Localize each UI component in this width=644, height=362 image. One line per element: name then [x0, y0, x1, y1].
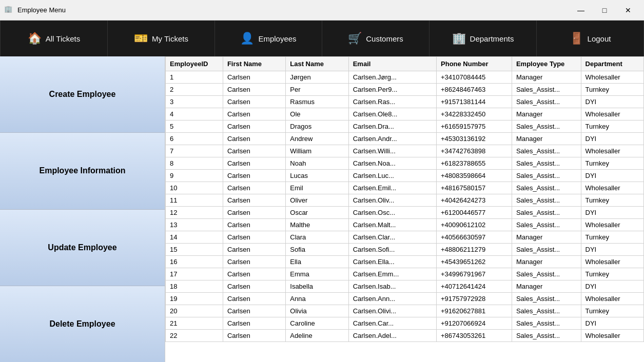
sidebar-update-employee[interactable]: Update Employee	[0, 210, 165, 286]
nav-bar: 🏠 All Tickets 🎫 My Tickets 👤 Employees 🛒…	[0, 21, 644, 56]
table-row[interactable]: 22 Carlsen Adeline Carlsen.Adel... +8674…	[166, 330, 644, 342]
table-row[interactable]: 21 Carlsen Caroline Carlsen.Car... +9120…	[166, 317, 644, 330]
cell-lastname: Andrew	[286, 133, 348, 145]
cell-id: 15	[166, 244, 223, 256]
nav-all-tickets[interactable]: 🏠 All Tickets	[0, 21, 108, 56]
table-row[interactable]: 1 Carlsen Jørgen Carlsen.Jørg... +341070…	[166, 71, 644, 84]
ticket-icon: 🎫	[134, 32, 148, 45]
window-title: Employee Menu	[17, 6, 66, 14]
cell-email: Carlsen.Jørg...	[348, 71, 436, 84]
cell-id: 21	[166, 317, 223, 330]
sidebar-employee-information[interactable]: Employee Information	[0, 133, 165, 209]
col-header-firstname: First Name	[223, 57, 285, 71]
cell-email: Carlsen.Clar...	[348, 231, 436, 244]
update-employee-label: Update Employee	[48, 243, 116, 252]
cell-firstname: Carlsen	[223, 305, 285, 317]
table-row[interactable]: 8 Carlsen Noah Carlsen.Noa... +618237886…	[166, 157, 644, 170]
cell-email: Carlsen.Emil...	[348, 182, 436, 194]
cell-lastname: Adeline	[286, 330, 348, 342]
cell-id: 8	[166, 157, 223, 170]
cell-dept: Wholesaller	[581, 219, 643, 231]
cell-id: 1	[166, 71, 223, 84]
cell-phone: +86743053261	[437, 330, 512, 342]
nav-employees[interactable]: 👤 Employees	[215, 21, 322, 56]
cell-lastname: Oliver	[286, 194, 348, 207]
sidebar-create-employee[interactable]: Create Employee	[0, 56, 165, 133]
table-area: EmployeeID First Name Last Name Email Ph…	[165, 56, 644, 362]
cell-id: 20	[166, 305, 223, 317]
table-row[interactable]: 7 Carlsen William Carlsen.Willi... +3474…	[166, 145, 644, 157]
cell-id: 22	[166, 330, 223, 342]
cell-id: 13	[166, 219, 223, 231]
close-button[interactable]: ✕	[616, 3, 640, 18]
table-row[interactable]: 2 Carlsen Per Carlsen.Per9... +862484674…	[166, 84, 644, 96]
table-row[interactable]: 18 Carlsen Isabella Carlsen.Isab... +407…	[166, 280, 644, 293]
employee-information-label: Employee Information	[39, 166, 125, 175]
table-row[interactable]: 14 Carlsen Clara Carlsen.Clar... +405666…	[166, 231, 644, 244]
cell-emptype: Sales_Assist...	[512, 219, 581, 231]
main-content: Create Employee Employee Information Upd…	[0, 56, 644, 362]
cell-firstname: Carlsen	[223, 133, 285, 145]
table-row[interactable]: 20 Carlsen Olivia Carlsen.Olivi... +9162…	[166, 305, 644, 317]
cell-phone: +86248467463	[437, 84, 512, 96]
maximize-button[interactable]: □	[593, 3, 616, 18]
table-row[interactable]: 10 Carlsen Emil Carlsen.Emil... +4816758…	[166, 182, 644, 194]
cell-dept: DYI	[581, 170, 643, 182]
cell-lastname: Isabella	[286, 280, 348, 293]
cell-lastname: Emma	[286, 268, 348, 280]
table-row[interactable]: 11 Carlsen Oliver Carlsen.Oliv... +40426…	[166, 194, 644, 207]
cell-id: 2	[166, 84, 223, 96]
table-row[interactable]: 13 Carlsen Malthe Carlsen.Malt... +40090…	[166, 219, 644, 231]
cell-email: Carlsen.Willi...	[348, 145, 436, 157]
cell-emptype: Sales_Assist...	[512, 207, 581, 219]
cell-firstname: Carlsen	[223, 145, 285, 157]
cell-dept: Wholesaller	[581, 293, 643, 305]
nav-all-tickets-label: All Tickets	[46, 34, 81, 43]
cell-firstname: Carlsen	[223, 256, 285, 268]
cell-emptype: Manager	[512, 256, 581, 268]
cell-id: 10	[166, 182, 223, 194]
cell-email: Carlsen.Malt...	[348, 219, 436, 231]
employee-icon: 👤	[240, 32, 254, 45]
table-row[interactable]: 6 Carlsen Andrew Carlsen.Andr... +453031…	[166, 133, 644, 145]
cell-email: Carlsen.Dra...	[348, 120, 436, 133]
cell-lastname: Oscar	[286, 207, 348, 219]
cell-emptype: Sales_Assist...	[512, 194, 581, 207]
cell-lastname: Noah	[286, 157, 348, 170]
cell-id: 6	[166, 133, 223, 145]
table-row[interactable]: 16 Carlsen Ella Carlsen.Ella... +4543965…	[166, 256, 644, 268]
sidebar-delete-employee[interactable]: Delete Employee	[0, 286, 165, 362]
table-row[interactable]: 19 Carlsen Anna Carlsen.Ann... +91757972…	[166, 293, 644, 305]
table-row[interactable]: 3 Carlsen Rasmus Carlsen.Ras... +9157138…	[166, 96, 644, 108]
minimize-button[interactable]: —	[569, 3, 593, 18]
cell-emptype: Sales_Assist...	[512, 145, 581, 157]
table-row[interactable]: 15 Carlsen Sofia Carlsen.Sofi... +488062…	[166, 244, 644, 256]
cell-email: Carlsen.Olivi...	[348, 305, 436, 317]
table-row[interactable]: 4 Carlsen Ole Carlsen.Ole8... +342283324…	[166, 108, 644, 120]
cell-dept: Turnkey	[581, 194, 643, 207]
nav-logout-label: Logout	[588, 34, 611, 43]
cell-phone: +45439651262	[437, 256, 512, 268]
cell-emptype: Manager	[512, 133, 581, 145]
table-row[interactable]: 17 Carlsen Emma Carlsen.Emm... +34996791…	[166, 268, 644, 280]
nav-departments[interactable]: 🏢 Departments	[430, 21, 537, 56]
cell-dept: DYI	[581, 133, 643, 145]
table-wrapper[interactable]: EmployeeID First Name Last Name Email Ph…	[165, 56, 644, 362]
nav-logout[interactable]: 🚪 Logout	[537, 21, 644, 56]
cell-dept: Turnkey	[581, 231, 643, 244]
cell-dept: Turnkey	[581, 120, 643, 133]
cell-id: 5	[166, 120, 223, 133]
cell-emptype: Sales_Assist...	[512, 330, 581, 342]
nav-my-tickets[interactable]: 🎫 My Tickets	[108, 21, 215, 56]
employee-table: EmployeeID First Name Last Name Email Ph…	[165, 56, 644, 342]
cell-phone: +40566630597	[437, 231, 512, 244]
nav-customers[interactable]: 🛒 Customers	[322, 21, 430, 56]
cell-firstname: Carlsen	[223, 317, 285, 330]
cell-phone: +34107084445	[437, 71, 512, 84]
table-row[interactable]: 9 Carlsen Lucas Carlsen.Luc... +48083598…	[166, 170, 644, 182]
table-row[interactable]: 12 Carlsen Oscar Carlsen.Osc... +6120044…	[166, 207, 644, 219]
table-row[interactable]: 5 Carlsen Dragos Carlsen.Dra... +6165915…	[166, 120, 644, 133]
cell-phone: +91571381144	[437, 96, 512, 108]
cell-lastname: Sofia	[286, 244, 348, 256]
cell-firstname: Carlsen	[223, 231, 285, 244]
